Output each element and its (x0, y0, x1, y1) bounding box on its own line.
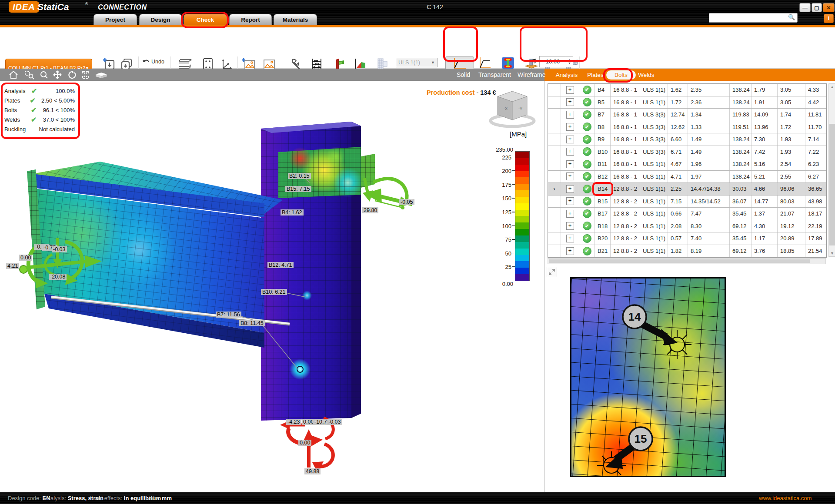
scale-value: 10.00 (540, 56, 566, 67)
scale-segment (515, 203, 529, 210)
ribbon-tab-project[interactable]: Project (94, 14, 137, 25)
table-row-b10[interactable]: +✔B1016 8.8 - 1ULS 3(3)6.711.49138.247.4… (548, 146, 826, 159)
minimize-button[interactable]: — (799, 3, 811, 12)
table-row-b12[interactable]: +✔B1216 8.8 - 1ULS 1(1)4.711.97138.245.2… (548, 171, 826, 183)
deformed-scale-spinner[interactable]: 10.00 ▲▼ (539, 56, 573, 67)
expand-row-button[interactable]: + (561, 171, 579, 183)
scroll-down-icon[interactable]: ▼ (829, 251, 835, 255)
results-tab-plates[interactable]: Plates (581, 70, 610, 80)
plus-icon[interactable]: + (566, 148, 574, 156)
undo-button[interactable]: Undo (142, 59, 164, 65)
plus-icon[interactable]: + (566, 98, 574, 106)
table-row-b14[interactable]: ›+✔B1412 8.8 - 2ULS 1(1)2.2514.47/14.383… (548, 183, 826, 196)
expand-row-button[interactable]: + (561, 96, 579, 109)
table-row-b5[interactable]: +✔B516 8.8 - 1ULS 1(1)1.722.36138.241.91… (548, 96, 826, 109)
ribbon-tab-materials[interactable]: Materials (274, 14, 317, 25)
maximize-button[interactable]: ▢ (812, 3, 822, 12)
rotate-icon[interactable] (69, 70, 75, 78)
table-row-b4[interactable]: +✔B416 8.8 - 1ULS 1(1)1.622.35138.241.79… (548, 84, 826, 96)
expand-row-button[interactable]: + (561, 109, 579, 121)
ribbon-tab-report[interactable]: Report (229, 14, 272, 25)
beam-member[interactable] (27, 162, 290, 348)
info-button[interactable]: i (824, 14, 834, 23)
viewport-3d[interactable]: -X -Y Analysis✔100.0%Plates✔2.50 < 5.00%… (0, 81, 544, 492)
view-mode-wireframe[interactable]: Wireframe (518, 71, 546, 78)
expand-panel-icon[interactable] (547, 267, 557, 277)
value-ft: 1.72 (668, 96, 688, 109)
expand-row-button[interactable]: + (561, 232, 579, 245)
expand-row-button[interactable]: + (561, 84, 579, 96)
table-row-b21[interactable]: +✔B2112 8.8 - 2ULS 1(1)1.828.1969.123.76… (548, 245, 826, 258)
title-bar: IDEA StatiCa ® CONNECTION C 142 — ▢ ✕ (0, 0, 835, 14)
plus-icon[interactable]: + (566, 210, 574, 218)
plus-icon[interactable]: + (566, 197, 574, 205)
fit-view-icon[interactable] (83, 71, 88, 78)
row-chevron (548, 208, 561, 220)
plus-icon[interactable]: + (566, 185, 574, 193)
plus-icon[interactable]: + (566, 136, 574, 143)
website-link[interactable]: www.ideastatica.com (759, 495, 812, 501)
value-ft: 2.08 (668, 220, 688, 232)
reaction-value-label: -0.03 (327, 419, 342, 425)
table-row-b18[interactable]: +✔B1812 8.8 - 2ULS 1(1)2.088.3069.124.30… (548, 220, 826, 233)
plus-icon[interactable]: + (566, 86, 574, 94)
expand-row-button[interactable]: + (561, 146, 579, 158)
table-row-b7[interactable]: +✔B716 8.8 - 1ULS 3(3)12.741.34119.8314.… (548, 109, 826, 121)
spinner-up-icon[interactable]: ▲ (568, 58, 571, 62)
expand-row-button[interactable]: + (561, 183, 579, 195)
value-bearing: 138.24 (730, 133, 752, 146)
fe-model-scene: -X -Y (0, 81, 544, 492)
table-row-b20[interactable]: +✔B2012 8.8 - 2ULS 1(1)0.577.4035.451.17… (548, 232, 826, 245)
spinner-down-icon[interactable]: ▼ (568, 62, 571, 65)
ribbon-tab-check[interactable]: Check (184, 14, 227, 25)
bolt-detail-view[interactable]: 14 15 (570, 277, 726, 477)
load-case-combo[interactable]: ULS 1(1)▼ (396, 58, 438, 67)
expand-row-button[interactable]: + (561, 158, 579, 170)
plus-icon[interactable]: + (566, 247, 574, 255)
close-button[interactable]: ✕ (823, 3, 835, 12)
plus-icon[interactable]: + (566, 222, 574, 230)
scroll-up-icon[interactable]: ▲ (829, 85, 835, 89)
expand-row-button[interactable]: + (561, 196, 579, 208)
pan-icon[interactable] (53, 71, 61, 79)
view-mode-solid[interactable]: Solid (457, 71, 470, 78)
home-view-icon[interactable] (10, 71, 17, 78)
expand-row-button[interactable]: + (561, 121, 579, 133)
plus-icon[interactable]: + (566, 111, 574, 119)
value-ut-ts: 22.19 (805, 220, 826, 232)
expand-row-button[interactable]: + (561, 245, 579, 258)
zoom-icon[interactable] (41, 72, 47, 78)
plus-icon[interactable]: + (566, 235, 574, 242)
table-row-b11[interactable]: +✔B1116 8.8 - 1ULS 1(1)4.671.96138.245.1… (548, 158, 826, 171)
check-ok-icon: ✔ (583, 123, 591, 131)
value-ut-t: 5.16 (752, 158, 778, 170)
table-row-b9[interactable]: +✔B916 8.8 - 1ULS 3(3)6.601.49138.247.30… (548, 133, 826, 146)
load-value-label: -20.08 (49, 274, 67, 280)
row-chevron (548, 245, 561, 258)
value-ft: 6.60 (668, 133, 688, 146)
expand-row-button[interactable]: + (561, 133, 579, 146)
solid-view-icon[interactable] (96, 73, 107, 78)
results-tab-welds[interactable]: Welds (631, 70, 661, 80)
status-check-icon: ✔ (579, 146, 595, 158)
view-mode-transparent[interactable]: Transparent (478, 71, 511, 78)
table-row-b8[interactable]: +✔B816 8.8 - 1ULS 3(3)12.621.33119.5113.… (548, 121, 826, 134)
table-row-b17[interactable]: +✔B1712 8.8 - 2ULS 1(1)0.667.4735.451.37… (548, 208, 826, 220)
view-cube[interactable]: -X -Y (491, 91, 534, 126)
value-ut-t: 14.09 (752, 109, 778, 121)
bolt-name: B4 (595, 84, 611, 96)
zoom-window-icon[interactable] (25, 72, 34, 79)
ribbon-tab-design[interactable]: Design (139, 14, 182, 25)
table-horizontal-scrollbar[interactable] (548, 258, 826, 264)
scrollbar-thumb[interactable] (829, 124, 835, 245)
expand-row-button[interactable]: + (561, 220, 579, 232)
check-ok-icon: ✔ (583, 147, 591, 156)
plus-icon[interactable]: + (566, 123, 574, 131)
table-row-b15[interactable]: +✔B1512 8.8 - 2ULS 1(1)7.1514.35/14.5236… (548, 196, 826, 208)
search-input[interactable] (709, 13, 798, 23)
results-tab-analysis[interactable]: Analysis (549, 70, 584, 80)
plus-icon[interactable]: + (566, 160, 574, 168)
expand-row-button[interactable]: + (561, 208, 579, 220)
plus-icon[interactable]: + (566, 172, 574, 180)
table-vertical-scrollbar[interactable]: ▲ ▼ (828, 83, 835, 257)
